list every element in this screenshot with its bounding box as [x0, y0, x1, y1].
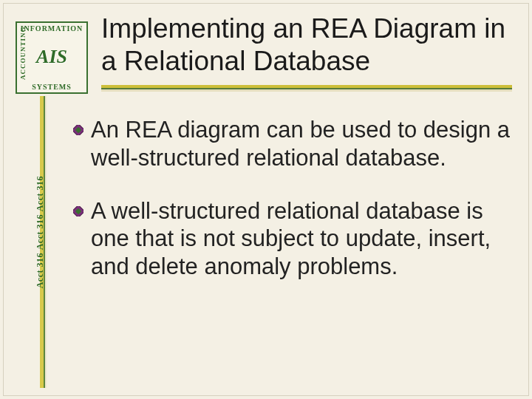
logo-top-text: INFORMATION	[17, 24, 86, 33]
side-ribbon: Acct 316 Acct 316 Acct 316	[38, 96, 51, 388]
slide-body: An REA diagram can be used to design a w…	[73, 116, 514, 306]
bullet-text: A well-structured relational database is…	[91, 198, 491, 280]
course-code-2: Acct 316	[35, 214, 46, 250]
title-underline	[101, 85, 512, 94]
slide-header: INFORMATION SYSTEMS ACCOUNTING AIS Imple…	[16, 13, 518, 101]
course-code-1: Acct 316	[35, 176, 46, 211]
bullet-item: A well-structured relational database is…	[73, 197, 514, 281]
bullet-marker-icon	[73, 206, 83, 216]
course-code-3: Acct 316	[35, 253, 46, 288]
bullet-marker-icon	[73, 125, 83, 135]
bullet-item: An REA diagram can be used to design a w…	[73, 116, 514, 172]
slide-title: Implementing an REA Diagram in a Relatio…	[101, 13, 518, 77]
slide-page: INFORMATION SYSTEMS ACCOUNTING AIS Imple…	[3, 3, 529, 396]
bullet-text: An REA diagram can be used to design a w…	[91, 117, 510, 171]
logo-left-text: ACCOUNTING	[19, 35, 27, 80]
logo-bottom-text: SYSTEMS	[17, 83, 86, 91]
logo-center-text: AIS	[36, 46, 67, 68]
ais-logo: INFORMATION SYSTEMS ACCOUNTING AIS	[16, 21, 88, 94]
